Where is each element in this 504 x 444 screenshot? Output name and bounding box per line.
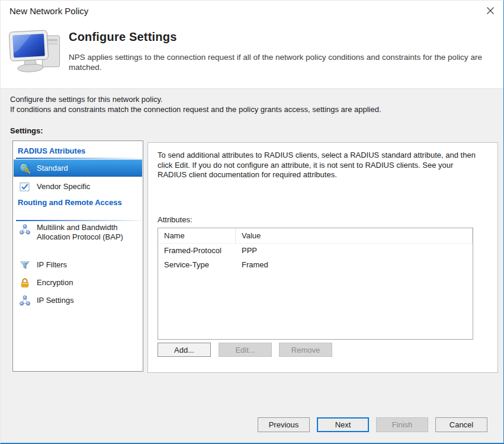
group-rule (16, 158, 142, 159)
sidebar-item-ip-settings[interactable]: IP Settings (14, 292, 142, 309)
close-button[interactable] (483, 5, 497, 18)
column-header-value[interactable]: Value (236, 228, 473, 243)
panel-description: To send additional attributes to RADIUS … (158, 151, 482, 180)
remove-button: Remove (279, 343, 332, 357)
next-button[interactable]: Next (317, 417, 369, 432)
sidebar-item-vendor-specific[interactable]: Vendor Specific (14, 178, 142, 195)
sidebar-item-label: Encryption (37, 278, 130, 288)
lock-icon (19, 277, 31, 289)
page-body: Configure the settings for this network … (1, 88, 503, 444)
settings-list: RADIUS Attributes (12, 140, 143, 372)
sidebar-item-label: Standard (37, 164, 130, 173)
network-nodes-icon (19, 223, 31, 235)
group-header-radius-attributes: RADIUS Attributes (18, 146, 136, 156)
page-description: NPS applies settings to the connection r… (69, 52, 504, 72)
settings-label: Settings: (10, 126, 43, 135)
sidebar-item-label: IP Settings (37, 296, 130, 305)
cancel-button[interactable]: Cancel (435, 417, 487, 432)
sidebar-item-label: Vendor Specific (37, 182, 130, 191)
window-title: New Network Policy (9, 6, 88, 16)
group-rule (16, 220, 142, 221)
checkbox-icon (19, 181, 31, 193)
table-row[interactable]: Framed-Protocol PPP (158, 244, 473, 258)
new-network-policy-dialog: New Network Policy (0, 0, 504, 444)
globe-key-icon (19, 162, 31, 174)
sidebar-item-label: Multilink and Bandwidth Allocation Proto… (37, 223, 130, 242)
sidebar-item-encryption[interactable]: Encryption (14, 274, 142, 291)
intro-text-line2: If conditions and constraints match the … (10, 105, 381, 114)
intro-text-line1: Configure the settings for this network … (10, 95, 163, 104)
add-button[interactable]: Add... (158, 343, 211, 357)
finish-button: Finish (376, 417, 428, 432)
previous-button[interactable]: Previous (258, 417, 310, 432)
attribute-name: Service-Type (158, 258, 236, 272)
sidebar-item-label: IP Filters (37, 260, 130, 270)
titlebar: New Network Policy (1, 1, 503, 21)
table-row[interactable]: Service-Type Framed (158, 258, 473, 272)
filter-funnel-icon (19, 259, 31, 271)
attributes-label: Attributes: (158, 215, 192, 224)
group-header-routing-remote-access: Routing and Remote Access (18, 197, 136, 207)
network-nodes-icon (19, 295, 31, 306)
standard-attributes-panel: To send additional attributes to RADIUS … (147, 142, 498, 373)
page-title: Configure Settings (69, 30, 177, 44)
sidebar-item-standard[interactable]: Standard (14, 159, 142, 177)
sidebar-item-multilink-bap[interactable]: Multilink and Bandwidth Allocation Proto… (14, 223, 142, 242)
attributes-table: Name Value Framed-Protocol PPP Service-T… (158, 228, 473, 340)
edit-button: Edit... (219, 343, 272, 357)
attribute-value: PPP (236, 244, 257, 258)
close-x-icon (486, 7, 495, 17)
sidebar-item-ip-filters[interactable]: IP Filters (14, 256, 142, 273)
computer-monitor-icon (8, 27, 66, 76)
column-header-name[interactable]: Name (158, 228, 236, 243)
attribute-name: Framed-Protocol (158, 244, 236, 258)
attribute-value: Framed (236, 258, 268, 272)
attributes-table-header: Name Value (158, 228, 473, 244)
